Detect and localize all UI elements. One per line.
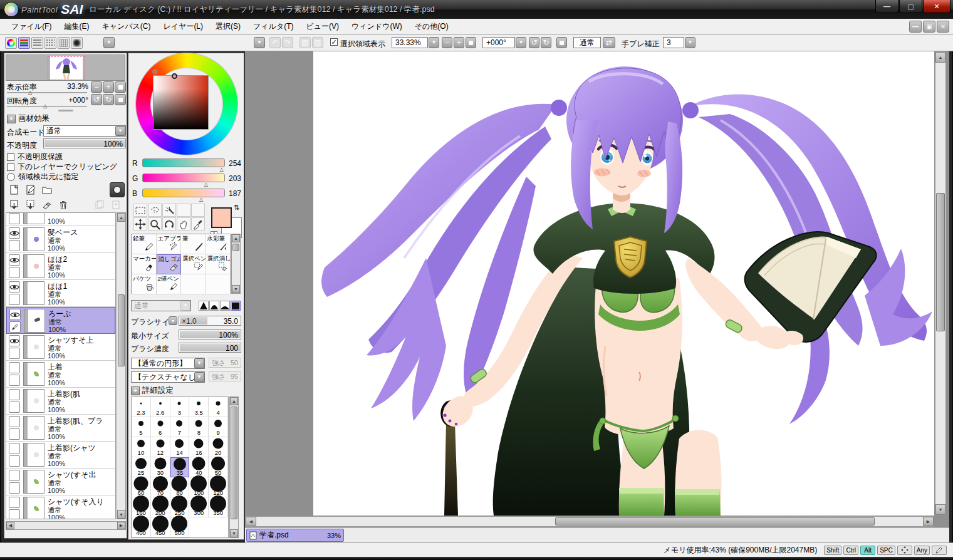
menu-item-0[interactable]: ファイル(F) <box>5 19 58 34</box>
clipping-group-checkbox[interactable]: 下のレイヤーでクリッピング <box>7 162 117 172</box>
tool-wand-icon[interactable] <box>162 204 176 217</box>
layer-visibility-toggle[interactable] <box>9 281 20 293</box>
brush-size-80[interactable]: 80 <box>170 477 190 497</box>
menu-item-2[interactable]: キャンバス(C) <box>95 19 157 34</box>
brush-bucket[interactable]: バケツ <box>132 274 157 294</box>
menu-item-5[interactable]: フィルタ(T) <box>247 19 299 34</box>
layer-row[interactable]: ろーぶ通常100% <box>6 307 115 334</box>
brush-seleraser[interactable]: 選択消し <box>206 254 231 274</box>
brush-eraser[interactable]: 消しゴム <box>157 254 182 274</box>
layer-option-toggle[interactable] <box>9 428 20 440</box>
reset-view-button[interactable] <box>556 37 567 48</box>
brush-size-40[interactable]: 40 <box>189 457 209 477</box>
document-canvas[interactable] <box>313 51 934 516</box>
redo-button[interactable]: ↷ <box>282 37 293 48</box>
navigator-zoom-slider[interactable]: △ <box>7 91 87 96</box>
layer-option-toggle[interactable] <box>9 509 20 519</box>
new-folder-button[interactable] <box>39 182 55 197</box>
tool-rectsel-icon[interactable] <box>133 204 147 217</box>
brush-size-200[interactable]: 200 <box>151 497 170 517</box>
flip-view-button[interactable]: ⇄ <box>603 37 615 48</box>
brush-marker[interactable]: マーカー <box>132 254 157 274</box>
canvas-vscrollbar-thumb[interactable] <box>936 193 945 331</box>
rgb-slider-panel-icon[interactable] <box>18 37 30 49</box>
brush-size-3.5[interactable]: 3.5 <box>189 397 209 417</box>
brush-watercolor[interactable]: 水彩筆 <box>206 234 231 254</box>
tool-lasso-icon[interactable] <box>148 204 162 217</box>
nav-zoom-out-button[interactable]: − <box>91 81 102 93</box>
key-indicator-any[interactable]: Any <box>914 546 930 555</box>
brush-pen2[interactable]: 2値ペン <box>157 274 182 294</box>
brush-edge-round-icon[interactable] <box>209 301 219 311</box>
texture-panel-icon[interactable] <box>58 37 70 49</box>
brush-size-20[interactable]: 20 <box>209 437 228 457</box>
tool-dropper-icon[interactable] <box>191 217 205 231</box>
brush-size-scrollbar[interactable]: ▲ ▼ <box>229 397 239 538</box>
layer-row[interactable]: 上着影(肌通常100% <box>6 388 115 415</box>
brush-size-10[interactable]: 10 <box>132 437 151 457</box>
layer-row[interactable]: 上着影(肌、ブラ通常100% <box>6 415 115 442</box>
zoom-value-box[interactable]: 33.33% <box>392 37 428 48</box>
material-effect-header[interactable]: + 画材効果 <box>7 113 49 124</box>
menu-item-3[interactable]: レイヤー(L) <box>157 19 210 34</box>
layer-option-toggle[interactable] <box>9 267 20 278</box>
brush-size-35[interactable]: 35 <box>170 457 190 477</box>
brush-size-400[interactable]: 400 <box>132 517 151 537</box>
deselect-button[interactable]: ▧ <box>299 37 311 48</box>
document-close-button[interactable]: ✕ <box>937 21 949 33</box>
zoom-dropdown-button[interactable]: ▼ <box>429 37 439 48</box>
angle-value-box[interactable]: +000° <box>482 37 515 48</box>
layer-visibility-toggle[interactable] <box>9 335 20 346</box>
layer-visibility-toggle[interactable] <box>9 497 20 508</box>
zoom-reset-button[interactable] <box>466 37 476 48</box>
layer-visibility-toggle[interactable] <box>9 470 20 481</box>
hsv-slider-panel-icon[interactable] <box>31 37 43 49</box>
merge-down-button[interactable] <box>23 197 38 212</box>
layer-row[interactable]: シャツ(すそ出通常100% <box>6 469 115 495</box>
navigator-rotation-slider[interactable]: △ <box>7 105 87 110</box>
brush-size-350[interactable]: 350 <box>209 497 228 517</box>
window-maximize-button[interactable]: ▢ <box>899 0 922 13</box>
key-indicator-ctrl[interactable]: Ctrl <box>843 546 858 555</box>
brush-size-25[interactable]: 25 <box>132 457 151 477</box>
brush-edge-hard-icon[interactable] <box>199 301 209 311</box>
zoom-in-button[interactable]: + <box>454 37 464 48</box>
toolbar-blend-mode-box[interactable]: 通常 <box>573 37 601 48</box>
primary-color-swatch[interactable] <box>211 207 232 228</box>
rotate-ccw-button[interactable]: ↺ <box>529 37 539 48</box>
brush-size-250[interactable]: 250 <box>170 497 190 517</box>
layer-option-toggle[interactable] <box>9 240 20 251</box>
transfer-down-button[interactable] <box>7 197 22 212</box>
window-close-button[interactable]: ✕ <box>923 0 950 13</box>
layer-row[interactable]: シャツ(すそ入り通常100% <box>6 495 115 519</box>
brush-size-9[interactable]: 9 <box>209 417 228 437</box>
angle-dropdown-button[interactable]: ▼ <box>516 37 526 48</box>
layer-option-toggle[interactable] <box>9 482 20 494</box>
blend-mode-dropdown-icon[interactable]: ▼ <box>115 126 125 136</box>
layer-option-toggle[interactable] <box>9 294 20 305</box>
layer-visibility-toggle[interactable] <box>9 254 20 266</box>
brush-size-3[interactable]: 3 <box>170 397 190 417</box>
brush-size-70[interactable]: 70 <box>151 477 170 497</box>
brush-size-16[interactable]: 16 <box>189 437 209 457</box>
color-wheel-panel-icon[interactable] <box>5 37 17 49</box>
blend-mode-combo[interactable]: 通常 ▼ <box>43 125 126 137</box>
expand-icon[interactable]: + <box>7 115 16 123</box>
key-indicator-spc[interactable]: SPC <box>877 546 895 555</box>
brush-size-100[interactable]: 100 <box>189 477 209 497</box>
layer-list-scrollbar-thumb[interactable] <box>118 294 125 366</box>
canvas-hscrollbar[interactable]: ◀ ▶ <box>245 516 934 527</box>
menu-item-6[interactable]: ビュー(V) <box>300 19 346 34</box>
layer-row[interactable]: ほほ2通常100% <box>6 253 115 280</box>
brush-size-120[interactable]: 120 <box>209 477 228 497</box>
layer-visibility-toggle[interactable] <box>9 227 20 239</box>
nav-rotate-reset-button[interactable] <box>115 94 126 105</box>
layer-visibility-toggle[interactable] <box>9 362 20 373</box>
tool-move-icon[interactable] <box>133 217 147 231</box>
layer-visibility-toggle[interactable] <box>9 443 20 454</box>
layer-option-toggle[interactable] <box>9 455 20 467</box>
brush-edge-flat-icon[interactable] <box>231 301 241 311</box>
brush-grid-scrollbar[interactable]: ▲ ▼ <box>231 234 241 294</box>
zoom-out-button[interactable]: − <box>442 37 452 48</box>
layer-visibility-toggle[interactable] <box>9 309 21 320</box>
